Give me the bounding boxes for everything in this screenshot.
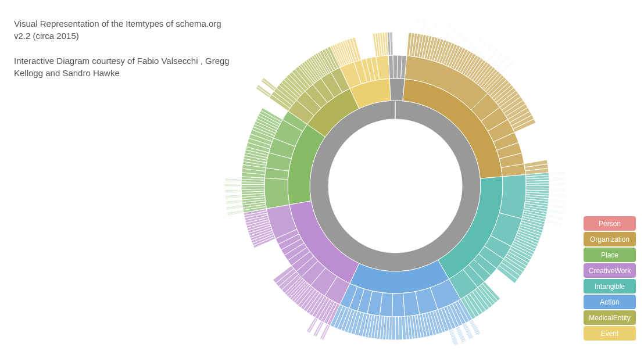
legend: PersonOrganizationPlaceCreativeWorkIntan… [584,216,636,341]
sunburst-center-thing[interactable] [310,101,481,271]
sunburst-ring4-CivicStructure-10-2[interactable] [225,184,241,185]
legend-item-action[interactable]: Action [584,295,636,309]
sunburst-ring2-Enumeration[interactable] [499,174,526,219]
legend-item-place[interactable]: Place [584,248,636,262]
sunburst-ring3-Enumeration-4[interactable] [526,183,549,186]
description-line-1: Visual Representation of the Itemtypes o… [14,17,235,42]
description-line-2: Interactive Diagram courtesy of Fabio Va… [14,55,235,79]
legend-item-intangible[interactable]: Intangible [584,279,636,293]
sunburst-ring4-CivicStructure-8-2[interactable] [225,189,241,191]
sunburst-ring2-CivicStructure[interactable] [264,178,289,209]
legend-item-person[interactable]: Person [584,216,636,231]
sunburst-ring2-Sub1[interactable] [388,55,393,78]
sunburst-ring2-MoveAction[interactable] [392,293,405,317]
sunburst-ring3-Sub1-1[interactable] [390,32,393,55]
sunburst-ring3-MoveAction-2[interactable] [395,317,399,340]
legend-item-creativework[interactable]: CreativeWork [584,263,636,278]
sunburst-ring2-Sub2[interactable] [393,55,398,78]
description-block: Visual Representation of the Itemtypes o… [14,17,235,92]
legend-item-medicalentity[interactable]: MedicalEntity [584,310,636,325]
sunburst-ring1-Person[interactable] [389,78,405,101]
sunburst-ring4-Enumeration-6-5[interactable] [549,191,566,192]
sunburst-chart[interactable] [221,6,570,355]
legend-item-organization[interactable]: Organization [584,232,636,246]
sunburst-ring4-Enumeration-4-5[interactable] [549,185,566,186]
legend-item-event[interactable]: Event [584,326,636,341]
